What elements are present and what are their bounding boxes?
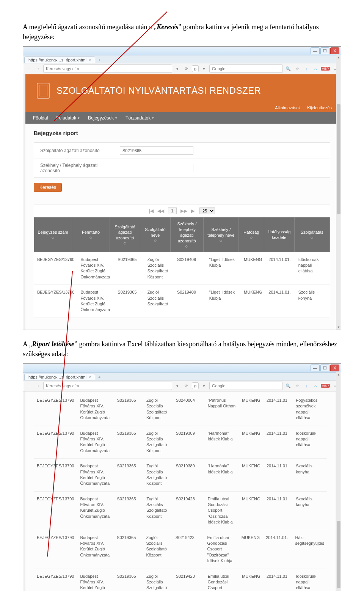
pager-top: |◀ ◀◀ 1 ▶▶ ▶| 25 <box>34 204 330 217</box>
menu-feladatok[interactable]: Feladatok▾ <box>56 115 80 121</box>
search-engine-badge[interactable]: g <box>192 382 199 389</box>
window-titlebar: — ☐ X <box>23 47 341 55</box>
pager-page-number[interactable]: 1 <box>168 207 177 214</box>
downloads-icon[interactable]: ↓ <box>303 65 310 72</box>
window-max-button[interactable]: ☐ <box>320 365 329 371</box>
table-cell: S0219365 <box>114 492 143 530</box>
nav-back-button[interactable]: ← <box>25 65 33 72</box>
kereses-button[interactable]: Keresés <box>34 183 62 192</box>
search-dropdown-icon[interactable]: ▾ <box>200 382 208 390</box>
input-szolgaltato-agazati[interactable] <box>120 146 193 155</box>
browser-search-input[interactable] <box>209 64 283 73</box>
table-row[interactable]: BEJEGYZES/13790Budapest Főváros XIV. Ker… <box>34 393 327 426</box>
scroll-up-icon[interactable]: ▲ <box>336 55 341 60</box>
browser-tab-strip: https://mukeng-…s_riport.xhtml × + <box>23 373 341 380</box>
chevron-down-icon: ▾ <box>115 116 117 120</box>
table-cell: S0219389 <box>173 459 205 491</box>
table-cell: Időskorúak nappali ellátása <box>295 252 330 285</box>
link-kijelentkezes[interactable]: Kijelentkezés <box>307 105 332 110</box>
window-max-button[interactable]: ☐ <box>320 47 329 54</box>
col-hatosag[interactable]: Hatóság◇ <box>239 217 264 252</box>
link-alkalmazasok[interactable]: Alkalmazások <box>275 105 301 110</box>
table-row[interactable]: BEJEGYZES/13790Budapest Főváros XIV. Ker… <box>34 492 327 530</box>
col-bejegyzes-szam[interactable]: Bejegyzés szám◇ <box>34 217 72 252</box>
nav-forward-button[interactable]: → <box>34 382 42 390</box>
table-cell: S0219423 <box>173 492 205 530</box>
table-row[interactable]: BEJEGYZES/13790Budapest Főváros XIV. Ker… <box>34 252 330 285</box>
table-cell: Budapest Főváros XIV. Kerület Zugló Önko… <box>77 285 115 318</box>
url-dropdown-icon[interactable]: ▾ <box>174 65 181 72</box>
table-cell: Fogyatékos személyek nappali ellátása <box>293 393 327 426</box>
pager-size-select[interactable]: 25 <box>199 207 215 214</box>
browser-tab-active[interactable]: https://mukeng-…s_riport.xhtml × <box>24 374 95 380</box>
table-row[interactable]: BEJEGYZES/13790Budapest Főváros XIV. Ker… <box>34 459 327 492</box>
new-tab-button[interactable]: + <box>96 374 103 380</box>
pager-first[interactable]: |◀ <box>149 208 154 214</box>
downloads-icon[interactable]: ↓ <box>303 382 310 390</box>
search-engine-badge[interactable]: g <box>192 65 199 72</box>
table-row[interactable]: BEJEGYZES/13790Budapest Főváros XIV. Ker… <box>34 530 327 569</box>
nav-forward-button[interactable]: → <box>34 65 42 72</box>
bookmark-star-icon[interactable]: ☆ <box>293 382 301 390</box>
emphasis-kereses: Keresés <box>157 23 178 31</box>
window-min-button[interactable]: — <box>311 47 320 54</box>
search-icon[interactable]: 🔍 <box>284 65 292 72</box>
close-tab-icon[interactable]: × <box>89 58 91 62</box>
col-szolgaltatas[interactable]: Szolgáltatás◇ <box>295 217 330 252</box>
menu-torzsadatok[interactable]: Törzsadatok▾ <box>126 115 154 121</box>
table-cell: "Liget" Idősek Klubja <box>206 285 241 318</box>
adblock-icon[interactable]: ABP <box>321 384 330 388</box>
window-close-button[interactable]: X <box>330 47 339 54</box>
close-tab-icon[interactable]: × <box>89 375 91 379</box>
search-dropdown-icon[interactable]: ▾ <box>200 65 208 72</box>
browser-search-input[interactable] <box>209 382 283 390</box>
bookmark-star-icon[interactable]: ☆ <box>293 65 301 72</box>
scrollbar[interactable]: ▲ ▼ <box>336 372 341 591</box>
menu-fooldal[interactable]: Főoldal <box>33 115 48 121</box>
table-row[interactable]: BEJEGYZES/13790Budapest Főváros XIV. Ker… <box>34 285 330 318</box>
col-hatalyossag[interactable]: Hatályosság kezdete <box>264 217 295 252</box>
window-close-button[interactable]: X <box>330 365 339 371</box>
col-fenntarto[interactable]: Fenntartó◇ <box>72 217 110 252</box>
table-cell: 2014.11.01. <box>264 459 293 491</box>
scrollbar[interactable]: ▲ ▼ <box>336 55 341 330</box>
new-tab-button[interactable]: + <box>96 57 103 63</box>
pager-next[interactable]: ▶▶ <box>180 208 187 214</box>
menu-bejegyzesek[interactable]: Bejegyzések▾ <box>88 115 117 121</box>
window-min-button[interactable]: — <box>311 365 320 371</box>
home-icon[interactable]: ⌂ <box>312 382 319 390</box>
adblock-icon[interactable]: ABP <box>321 67 330 71</box>
home-icon[interactable]: ⌂ <box>312 65 319 72</box>
search-icon[interactable]: 🔍 <box>284 382 292 390</box>
pager-last[interactable]: ▶| <box>191 208 196 214</box>
col-szekhely-agazati[interactable]: Székhely / Telephely ágazati azonosító◇ <box>171 217 204 252</box>
table-cell: "Harmónia" Idősek Klubja <box>205 426 239 459</box>
screenshot-browser-2: — ☐ X https://mukeng-…s_riport.xhtml × +… <box>23 363 341 591</box>
scroll-down-icon[interactable]: ▼ <box>336 325 341 330</box>
scroll-up-icon[interactable]: ▲ <box>336 372 341 377</box>
scroll-thumb[interactable] <box>337 104 340 214</box>
col-szolg-neve[interactable]: Szolgáltató neve◇ <box>140 217 171 252</box>
url-dropdown-icon[interactable]: ▾ <box>174 382 181 390</box>
pager-prev[interactable]: ◀◀ <box>157 208 164 214</box>
table-row[interactable]: BEJEGYZES/13790Budapest Főváros XIV. Ker… <box>34 426 327 459</box>
col-szekhely-neve[interactable]: Székhely / telephely neve◇ <box>204 217 239 252</box>
input-szekhely-telephely[interactable] <box>120 164 193 172</box>
table-cell: Zuglói Szociális Szolgáltató Központ <box>143 393 173 426</box>
reload-button[interactable]: ⟳ <box>183 382 190 390</box>
col-szolg-agazati[interactable]: Szolgáltató ágazati azonosító◇ <box>110 217 140 252</box>
top-links: Alkalmazások Kijelentkezés <box>25 105 339 112</box>
nav-back-button[interactable]: ← <box>25 382 33 390</box>
browser-tab-active[interactable]: https://mukeng-…s_riport.xhtml × <box>24 57 95 63</box>
sort-icon: ◇ <box>250 235 253 240</box>
table-cell: MUKENG <box>239 569 264 591</box>
paragraph-intro-1: A megfelelő ágazati azonosító megadása u… <box>23 22 341 42</box>
table-row[interactable]: BEJEGYZES/13790Budapest Főváros XIV. Ker… <box>34 569 327 591</box>
scroll-thumb[interactable] <box>337 521 340 588</box>
table-cell: Zuglói Szociális Szolgáltató <box>144 285 174 318</box>
table-cell: S0219365 <box>115 285 144 318</box>
table-cell: Budapest Főváros XIV. Kerület Zugló Önko… <box>77 530 114 569</box>
site-header: SZOLGÁLTATÓI NYILVÁNTARTÁSI RENDSZER Alk… <box>25 74 339 112</box>
window-titlebar: — ☐ X <box>23 364 341 373</box>
reload-button[interactable]: ⟳ <box>183 65 190 72</box>
